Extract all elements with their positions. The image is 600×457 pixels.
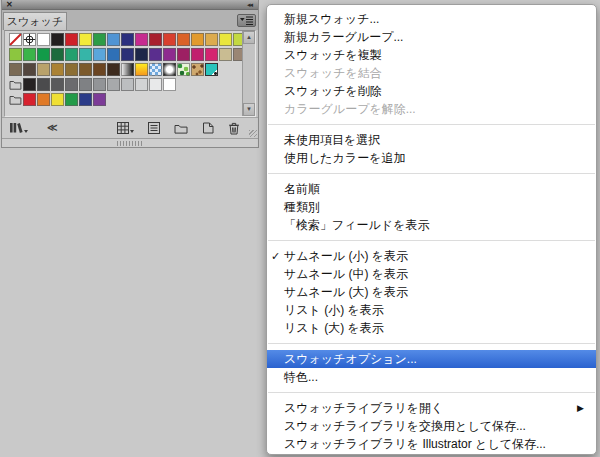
swatch-pattern-radial[interactable] xyxy=(163,63,176,76)
menu-item[interactable]: 名前順 xyxy=(267,180,596,198)
swatch-pattern-speckle[interactable] xyxy=(191,63,204,76)
swatch[interactable] xyxy=(23,78,36,91)
swatch[interactable] xyxy=(65,33,78,46)
color-group-folder-icon[interactable] xyxy=(9,78,22,91)
menu-item[interactable]: 未使用項目を選択 xyxy=(267,131,596,149)
swatch-gradient-bw[interactable] xyxy=(121,63,134,76)
swatch[interactable] xyxy=(191,48,204,61)
swatch[interactable] xyxy=(177,33,190,46)
swatch[interactable] xyxy=(37,48,50,61)
swatch[interactable] xyxy=(107,63,120,76)
swatch[interactable] xyxy=(191,33,204,46)
swatch[interactable] xyxy=(163,33,176,46)
swatch[interactable] xyxy=(121,33,134,46)
swatch[interactable] xyxy=(121,48,134,61)
swatch[interactable] xyxy=(149,48,162,61)
swatch-pattern-green[interactable] xyxy=(177,63,190,76)
scroll-down-icon[interactable]: ▼ xyxy=(243,103,255,116)
show-swatch-kinds-menu-button[interactable] xyxy=(117,122,134,134)
swatch-spot[interactable] xyxy=(205,63,218,76)
swatch[interactable] xyxy=(163,48,176,61)
swatch[interactable] xyxy=(65,78,78,91)
swatch[interactable] xyxy=(107,33,120,46)
menu-item[interactable]: 新規カラーグループ... xyxy=(267,28,596,46)
menu-item[interactable]: 「検索」フィールドを表示 xyxy=(267,216,596,234)
swatch[interactable] xyxy=(163,78,176,91)
swatch[interactable] xyxy=(205,33,218,46)
swatch-pattern-check[interactable] xyxy=(149,63,162,76)
swatch[interactable] xyxy=(37,93,50,106)
menu-item[interactable]: 新規スウォッチ... xyxy=(267,10,596,28)
swatch-libraries-menu-button[interactable] xyxy=(9,122,28,134)
corner-resize-grip-icon[interactable] xyxy=(249,130,257,137)
swatch[interactable] xyxy=(107,78,120,91)
swatch[interactable] xyxy=(65,93,78,106)
swatch-none[interactable] xyxy=(9,33,22,46)
swatch[interactable] xyxy=(37,33,50,46)
menu-item[interactable]: スウォッチを削除 xyxy=(267,82,596,100)
menu-item[interactable]: スウォッチを複製 xyxy=(267,46,596,64)
swatch[interactable] xyxy=(205,48,218,61)
menu-item[interactable]: ✓サムネール (小) を表示 xyxy=(267,247,596,265)
swatch[interactable] xyxy=(135,33,148,46)
swatch[interactable] xyxy=(79,63,92,76)
swatch[interactable] xyxy=(121,78,134,91)
swatch[interactable] xyxy=(51,33,64,46)
menu-item[interactable]: スウォッチライブラリを Illustrator として保存... xyxy=(267,435,596,453)
swatch[interactable] xyxy=(149,78,162,91)
swatch[interactable] xyxy=(79,78,92,91)
swatch[interactable] xyxy=(149,33,162,46)
menu-item[interactable]: サムネール (大) を表示 xyxy=(267,283,596,301)
swatch[interactable] xyxy=(37,63,50,76)
swatch[interactable] xyxy=(23,48,36,61)
panel-resize-bar[interactable] xyxy=(2,138,258,147)
swatch-gradient-yellow-orange[interactable] xyxy=(135,63,148,76)
color-group-folder-icon[interactable] xyxy=(9,93,22,106)
swatch[interactable] xyxy=(51,78,64,91)
swatch[interactable] xyxy=(9,48,22,61)
swatch[interactable] xyxy=(51,48,64,61)
swatch[interactable] xyxy=(93,78,106,91)
swatch[interactable] xyxy=(65,63,78,76)
swatch[interactable] xyxy=(23,63,36,76)
swatch[interactable] xyxy=(79,93,92,106)
menu-item[interactable]: 特色... xyxy=(267,368,596,386)
swatch[interactable] xyxy=(23,93,36,106)
swatch[interactable] xyxy=(37,78,50,91)
menu-item[interactable]: リスト (大) を表示 xyxy=(267,319,596,337)
collapse-panel-icon[interactable]: ◂◂ xyxy=(247,1,252,8)
swatch[interactable] xyxy=(177,48,190,61)
swatch[interactable] xyxy=(65,48,78,61)
swatch[interactable] xyxy=(219,33,232,46)
tab-swatches[interactable]: スウォッチ xyxy=(3,12,67,30)
new-swatch-button[interactable] xyxy=(202,122,214,134)
swatch[interactable] xyxy=(93,63,106,76)
swatch[interactable] xyxy=(79,48,92,61)
swatch-scrollbar[interactable]: ▲ ▼ xyxy=(242,31,255,116)
swatch[interactable] xyxy=(51,63,64,76)
swatch[interactable] xyxy=(51,93,64,106)
menu-item[interactable]: 種類別 xyxy=(267,198,596,216)
swatch-options-button[interactable] xyxy=(148,122,160,134)
swatch[interactable] xyxy=(93,93,106,106)
swatch[interactable] xyxy=(9,63,22,76)
color-themes-button[interactable]: ≪ xyxy=(47,123,57,133)
swatch[interactable] xyxy=(135,48,148,61)
scroll-up-icon[interactable]: ▲ xyxy=(243,31,255,44)
close-icon[interactable]: ✕ xyxy=(6,1,13,9)
delete-swatch-button[interactable] xyxy=(228,122,240,135)
swatch-registration[interactable] xyxy=(23,33,36,46)
panel-title-bar[interactable]: ✕ ◂◂ xyxy=(2,0,258,10)
menu-item[interactable]: スウォッチライブラリを交換用として保存... xyxy=(267,417,596,435)
swatch[interactable] xyxy=(79,33,92,46)
swatch[interactable] xyxy=(107,48,120,61)
panel-menu-button[interactable] xyxy=(237,14,256,27)
menu-item[interactable]: リスト (小) を表示 xyxy=(267,301,596,319)
new-color-group-button[interactable] xyxy=(174,123,188,134)
swatch[interactable] xyxy=(219,48,232,61)
menu-item[interactable]: スウォッチオプション... xyxy=(267,350,596,368)
swatch[interactable] xyxy=(93,48,106,61)
swatch[interactable] xyxy=(93,33,106,46)
menu-item[interactable]: サムネール (中) を表示 xyxy=(267,265,596,283)
menu-item[interactable]: 使用したカラーを追加 xyxy=(267,149,596,167)
